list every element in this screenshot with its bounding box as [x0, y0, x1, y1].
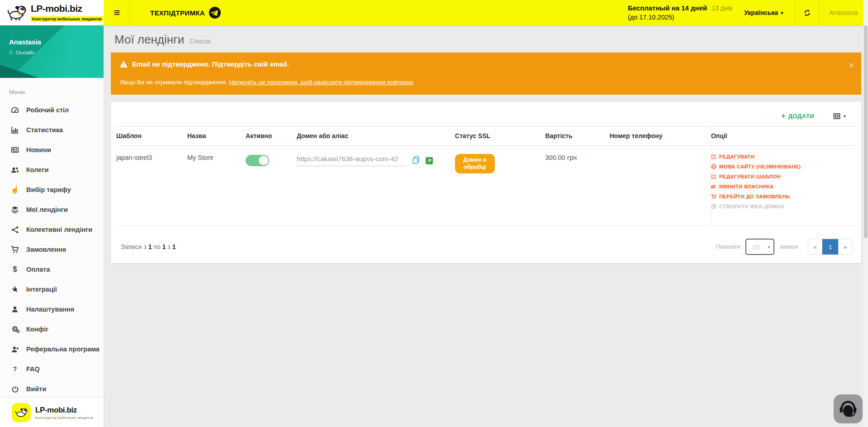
sidebar-footer-logo[interactable]: LP-mobi.biz Конструктор мобільних лендін…: [0, 398, 104, 427]
payment-icon: $: [9, 266, 20, 273]
refresh-button[interactable]: [795, 0, 819, 25]
edit-icon: [711, 154, 716, 159]
language-selector[interactable]: Українська ▾: [732, 0, 795, 25]
sidebar-item-dashboard[interactable]: Робочий стіл: [0, 100, 104, 120]
header-logo[interactable]: LP-mobi.biz Конструктор мобильных лендин…: [0, 0, 104, 25]
sidebar-item-integrations[interactable]: Інтеграції: [0, 279, 104, 299]
pagination-prev-button[interactable]: «: [808, 239, 822, 254]
profile-name: Anastasia: [9, 38, 104, 46]
domain-input[interactable]: [297, 154, 407, 166]
page-title: Мої лендінги: [114, 33, 184, 47]
show-label: Показати: [716, 244, 740, 250]
col-header-template: Шаблон: [116, 127, 187, 146]
plus-icon: +: [781, 112, 786, 120]
records-summary: Записи з 1 по 1 з 1: [121, 243, 175, 250]
telegram-icon: [209, 7, 221, 19]
sidebar-item-my-landings[interactable]: Мої лендінги: [0, 200, 104, 220]
edit-icon: [711, 174, 716, 179]
grid-icon: [833, 113, 840, 120]
sidebar-menu: Робочий стіл Статистика Новини Колеги ☝ …: [0, 97, 104, 399]
open-site-icon[interactable]: [426, 157, 433, 166]
sidebar-item-logout[interactable]: Вийти: [0, 379, 104, 399]
col-header-active: Активно: [246, 127, 297, 146]
chevron-down-icon: ▾: [781, 10, 783, 15]
columns-view-dropdown[interactable]: ▾: [833, 113, 846, 120]
collective-landings-icon: [9, 226, 20, 234]
ssl-status-badge: Домен в обробці: [455, 154, 495, 173]
support-link[interactable]: ТЕХПІДТРИМКА: [130, 0, 241, 25]
col-header-domain: Домен або аліас: [297, 127, 455, 146]
sidebar-item-faq[interactable]: ? FAQ: [0, 359, 104, 379]
online-status-label: Онлайн: [16, 50, 34, 55]
news-icon: [9, 146, 20, 154]
brand-tagline: Конструктор мобильных лендингов: [31, 16, 103, 22]
page-size-select[interactable]: 20 ▾: [745, 239, 774, 255]
trial-title: Бесплатный на 14 дней: [628, 3, 707, 13]
dog-logo-icon: [12, 403, 31, 422]
col-header-ssl: Статус SSL: [455, 127, 545, 146]
main-content: Мої лендінги Список Email не підтверджен…: [104, 25, 868, 427]
table-row: japan-steel3 My Store: [116, 146, 856, 226]
scrollbar[interactable]: [863, 0, 868, 427]
referral-icon: [9, 345, 20, 353]
table-footer: Записи з 1 по 1 з 1 Показати 20 ▾ записи…: [116, 239, 856, 257]
sidebar-toggle-button[interactable]: ≡: [104, 0, 130, 25]
col-header-options: Опції: [711, 127, 856, 146]
trial-info: Бесплатный на 14 дней 13 днів (до 17.10.…: [628, 0, 732, 25]
option-site-language[interactable]: МОВА САЙТУ (НЕЗМІНЮВАНЕ): [711, 164, 852, 169]
sidebar-item-tariff[interactable]: ☝ Вибір тарифу: [0, 180, 104, 200]
add-landing-button[interactable]: + ДОДАТИ: [781, 112, 814, 120]
pagination: « 1 »: [808, 239, 852, 255]
scrollbar-thumb[interactable]: [864, 25, 868, 238]
tariff-icon: ☝: [9, 186, 20, 193]
sidebar-item-collective-landings[interactable]: Колективні лендінги: [0, 220, 104, 240]
option-go-to-orders[interactable]: ПЕРЕЙТИ ДО ЗАМОВЛЕНЬ: [711, 194, 852, 199]
sidebar-item-payment[interactable]: $ Оплата: [0, 259, 104, 279]
cell-options: РЕДАГУВАТИ МОВА САЙТУ (НЕЗМІНЮВАНЕ) РЕДА…: [711, 146, 856, 226]
pagination-next-button[interactable]: »: [838, 239, 852, 254]
trial-until-date: (до 17.10.2025): [628, 13, 732, 22]
settings-icon: [9, 306, 20, 313]
option-edit-template[interactable]: РЕДАГУВАТИ ШАБЛОН: [711, 174, 852, 179]
sidebar-item-colleagues[interactable]: Колеги: [0, 160, 104, 180]
footer-brand-name: LP-mobi.biz: [35, 406, 93, 415]
topbar-username[interactable]: Anastasia: [819, 0, 868, 25]
support-label: ТЕХПІДТРИМКА: [150, 9, 205, 17]
clone-icon: [711, 204, 716, 209]
integrations-icon: [9, 286, 20, 293]
col-header-phone: Номер телефону: [610, 127, 711, 146]
option-change-owner[interactable]: ⇄ ЗМІНИТИ ВЛАСНИКА: [711, 184, 852, 189]
trial-days-left: 13 днів: [711, 4, 732, 13]
option-edit[interactable]: РЕДАГУВАТИ: [711, 154, 852, 159]
active-toggle[interactable]: [246, 155, 269, 166]
page-subtitle: Список: [190, 38, 211, 45]
alert-body-text: Якщо Ви не отримали підтвердження.: [120, 79, 228, 86]
close-icon[interactable]: ×: [849, 61, 854, 69]
chevron-down-icon: ▾: [768, 245, 770, 249]
sidebar-item-orders[interactable]: Замовлення: [0, 240, 104, 259]
language-icon: [711, 164, 716, 169]
sidebar-item-settings[interactable]: Налаштування: [0, 299, 104, 319]
col-header-name: Назва: [187, 127, 246, 146]
pagination-page-1[interactable]: 1: [822, 239, 838, 254]
cart-icon: [711, 194, 716, 199]
dog-logo-icon: [6, 4, 27, 21]
my-landings-icon: [9, 206, 20, 214]
orders-icon: [9, 245, 20, 254]
sidebar-item-config[interactable]: ⚙⚙ Конфіг: [0, 319, 104, 339]
faq-icon: ?: [9, 366, 20, 372]
col-header-price: Вартість: [545, 127, 609, 146]
footer-brand-tagline: Конструктор мобільних лендінгів: [35, 416, 93, 420]
copy-icon[interactable]: [412, 156, 420, 166]
sidebar-item-news[interactable]: Новини: [0, 140, 104, 160]
alert-title: Email не підтверджено. Підтвердіть свій …: [132, 60, 289, 68]
support-chat-widget[interactable]: [834, 394, 863, 423]
resend-confirmation-link[interactable]: Натисніть це посилання, щоб надіслати пі…: [229, 79, 413, 86]
option-create-web-domain: СТВОРИТИ WEB-ДОМЕН: [711, 204, 852, 209]
landings-card: + ДОДАТИ ▾ Шаблон Назва Активно Дом: [111, 102, 861, 263]
sidebar-item-statistics[interactable]: Статистика: [0, 120, 104, 140]
cell-active: [246, 146, 297, 226]
sidebar-item-referral[interactable]: Реферальна програма: [0, 339, 104, 359]
cell-phone: [610, 146, 711, 226]
sidebar-profile: Anastasia Онлайн: [0, 25, 104, 78]
